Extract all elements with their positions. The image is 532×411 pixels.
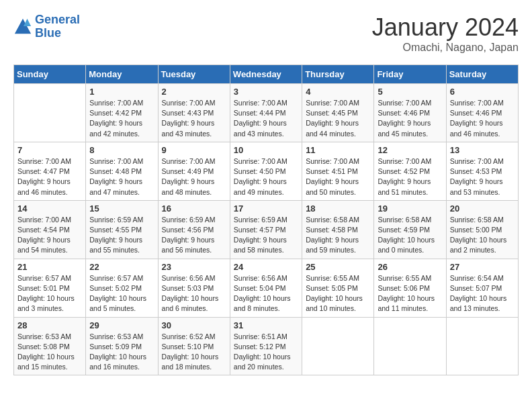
day-number: 27	[450, 262, 515, 272]
day-number: 31	[234, 320, 298, 330]
calendar-cell: 29Sunrise: 6:53 AMSunset: 5:09 PMDayligh…	[86, 317, 158, 375]
calendar-cell: 12Sunrise: 7:00 AMSunset: 4:52 PMDayligh…	[374, 142, 446, 200]
location: Omachi, Nagano, Japan	[372, 42, 519, 54]
calendar-cell: 4Sunrise: 7:00 AMSunset: 4:45 PMDaylight…	[302, 84, 374, 142]
calendar-cell: 11Sunrise: 7:00 AMSunset: 4:51 PMDayligh…	[302, 142, 374, 200]
day-info: Sunrise: 7:00 AMSunset: 4:43 PMDaylight:…	[162, 98, 226, 139]
day-info: Sunrise: 7:00 AMSunset: 4:47 PMDaylight:…	[17, 156, 82, 197]
weekday-header-monday: Monday	[86, 65, 158, 84]
day-number: 10	[234, 145, 298, 155]
day-info: Sunrise: 6:57 AMSunset: 5:02 PMDaylight:…	[89, 273, 154, 314]
day-info: Sunrise: 7:00 AMSunset: 4:53 PMDaylight:…	[450, 156, 515, 197]
day-number: 16	[162, 203, 226, 214]
page-header: General Blue January 2024 Omachi, Nagano…	[13, 13, 519, 54]
day-number: 25	[306, 262, 370, 272]
day-number: 11	[306, 145, 370, 155]
day-info: Sunrise: 6:58 AMSunset: 5:00 PMDaylight:…	[450, 215, 515, 256]
day-number: 6	[450, 87, 515, 97]
weekday-row: SundayMondayTuesdayWednesdayThursdayFrid…	[14, 65, 519, 84]
day-number: 2	[162, 87, 226, 97]
day-info: Sunrise: 6:59 AMSunset: 4:57 PMDaylight:…	[234, 215, 298, 256]
calendar-cell: 2Sunrise: 7:00 AMSunset: 4:43 PMDaylight…	[158, 84, 230, 142]
calendar-cell	[14, 84, 86, 142]
day-number: 20	[450, 203, 515, 214]
day-info: Sunrise: 7:00 AMSunset: 4:50 PMDaylight:…	[234, 156, 298, 197]
day-info: Sunrise: 7:00 AMSunset: 4:42 PMDaylight:…	[89, 98, 154, 139]
calendar-cell: 26Sunrise: 6:55 AMSunset: 5:06 PMDayligh…	[374, 259, 446, 317]
calendar-cell: 18Sunrise: 6:58 AMSunset: 4:58 PMDayligh…	[302, 200, 374, 259]
day-number: 17	[234, 203, 298, 214]
calendar-week-row: 1Sunrise: 7:00 AMSunset: 4:42 PMDaylight…	[14, 84, 519, 142]
calendar-cell: 28Sunrise: 6:53 AMSunset: 5:08 PMDayligh…	[14, 317, 86, 375]
day-info: Sunrise: 7:00 AMSunset: 4:48 PMDaylight:…	[89, 156, 154, 197]
day-info: Sunrise: 6:54 AMSunset: 5:07 PMDaylight:…	[450, 273, 515, 314]
day-number: 19	[378, 203, 442, 214]
calendar-cell: 7Sunrise: 7:00 AMSunset: 4:47 PMDaylight…	[14, 142, 86, 200]
day-number: 24	[234, 262, 298, 272]
day-number: 3	[234, 87, 298, 97]
day-info: Sunrise: 6:52 AMSunset: 5:10 PMDaylight:…	[162, 332, 226, 373]
calendar-cell: 15Sunrise: 6:59 AMSunset: 4:55 PMDayligh…	[86, 200, 158, 259]
day-info: Sunrise: 6:51 AMSunset: 5:12 PMDaylight:…	[234, 332, 298, 373]
day-number: 13	[450, 145, 515, 155]
day-info: Sunrise: 7:00 AMSunset: 4:52 PMDaylight:…	[378, 156, 442, 197]
calendar-cell	[302, 317, 374, 375]
day-info: Sunrise: 7:00 AMSunset: 4:54 PMDaylight:…	[17, 215, 82, 256]
calendar-cell: 20Sunrise: 6:58 AMSunset: 5:00 PMDayligh…	[446, 200, 518, 259]
calendar-cell: 16Sunrise: 6:59 AMSunset: 4:56 PMDayligh…	[158, 200, 230, 259]
calendar-cell: 23Sunrise: 6:56 AMSunset: 5:03 PMDayligh…	[158, 259, 230, 317]
day-number: 4	[306, 87, 370, 97]
day-number: 7	[17, 145, 82, 155]
logo: General Blue	[13, 13, 80, 40]
day-number: 29	[89, 320, 154, 330]
day-number: 18	[306, 203, 370, 214]
day-info: Sunrise: 6:58 AMSunset: 4:58 PMDaylight:…	[306, 215, 370, 256]
calendar-cell: 6Sunrise: 7:00 AMSunset: 4:46 PMDaylight…	[446, 84, 518, 142]
day-number: 15	[89, 203, 154, 214]
weekday-header-friday: Friday	[374, 65, 446, 84]
calendar-cell: 5Sunrise: 7:00 AMSunset: 4:46 PMDaylight…	[374, 84, 446, 142]
calendar-cell: 21Sunrise: 6:57 AMSunset: 5:01 PMDayligh…	[14, 259, 86, 317]
logo-blue: Blue	[35, 26, 61, 40]
logo-general: General	[35, 13, 80, 26]
calendar-cell: 25Sunrise: 6:55 AMSunset: 5:05 PMDayligh…	[302, 259, 374, 317]
calendar-week-row: 28Sunrise: 6:53 AMSunset: 5:08 PMDayligh…	[14, 317, 519, 375]
day-info: Sunrise: 7:00 AMSunset: 4:46 PMDaylight:…	[378, 98, 442, 139]
weekday-header-sunday: Sunday	[14, 65, 86, 84]
day-info: Sunrise: 6:55 AMSunset: 5:06 PMDaylight:…	[378, 273, 442, 314]
day-number: 5	[378, 87, 442, 97]
calendar-week-row: 14Sunrise: 7:00 AMSunset: 4:54 PMDayligh…	[14, 200, 519, 259]
day-number: 12	[378, 145, 442, 155]
day-number: 1	[89, 87, 154, 97]
calendar-cell: 10Sunrise: 7:00 AMSunset: 4:50 PMDayligh…	[230, 142, 302, 200]
day-info: Sunrise: 6:56 AMSunset: 5:04 PMDaylight:…	[234, 273, 298, 314]
day-number: 14	[17, 203, 82, 214]
day-info: Sunrise: 6:59 AMSunset: 4:55 PMDaylight:…	[89, 215, 154, 256]
calendar-cell: 3Sunrise: 7:00 AMSunset: 4:44 PMDaylight…	[230, 84, 302, 142]
calendar-cell: 1Sunrise: 7:00 AMSunset: 4:42 PMDaylight…	[86, 84, 158, 142]
calendar-body: 1Sunrise: 7:00 AMSunset: 4:42 PMDaylight…	[14, 84, 519, 375]
day-info: Sunrise: 7:00 AMSunset: 4:46 PMDaylight:…	[450, 98, 515, 139]
day-number: 26	[378, 262, 442, 272]
calendar-cell: 17Sunrise: 6:59 AMSunset: 4:57 PMDayligh…	[230, 200, 302, 259]
weekday-header-thursday: Thursday	[302, 65, 374, 84]
calendar-cell: 8Sunrise: 7:00 AMSunset: 4:48 PMDaylight…	[86, 142, 158, 200]
calendar-cell	[446, 317, 518, 375]
calendar-table: SundayMondayTuesdayWednesdayThursdayFrid…	[13, 64, 519, 375]
weekday-header-saturday: Saturday	[446, 65, 518, 84]
title-block: January 2024 Omachi, Nagano, Japan	[372, 13, 519, 54]
calendar-cell: 22Sunrise: 6:57 AMSunset: 5:02 PMDayligh…	[86, 259, 158, 317]
day-info: Sunrise: 6:56 AMSunset: 5:03 PMDaylight:…	[162, 273, 226, 314]
logo-text: General Blue	[35, 13, 80, 40]
day-number: 8	[89, 145, 154, 155]
calendar-cell: 19Sunrise: 6:58 AMSunset: 4:59 PMDayligh…	[374, 200, 446, 259]
calendar-cell: 31Sunrise: 6:51 AMSunset: 5:12 PMDayligh…	[230, 317, 302, 375]
logo-icon	[13, 17, 32, 36]
calendar-header: SundayMondayTuesdayWednesdayThursdayFrid…	[14, 65, 519, 84]
day-info: Sunrise: 7:00 AMSunset: 4:45 PMDaylight:…	[306, 98, 370, 139]
weekday-header-wednesday: Wednesday	[230, 65, 302, 84]
day-info: Sunrise: 7:00 AMSunset: 4:44 PMDaylight:…	[234, 98, 298, 139]
day-number: 30	[162, 320, 226, 330]
calendar-week-row: 7Sunrise: 7:00 AMSunset: 4:47 PMDaylight…	[14, 142, 519, 200]
day-number: 21	[17, 262, 82, 272]
